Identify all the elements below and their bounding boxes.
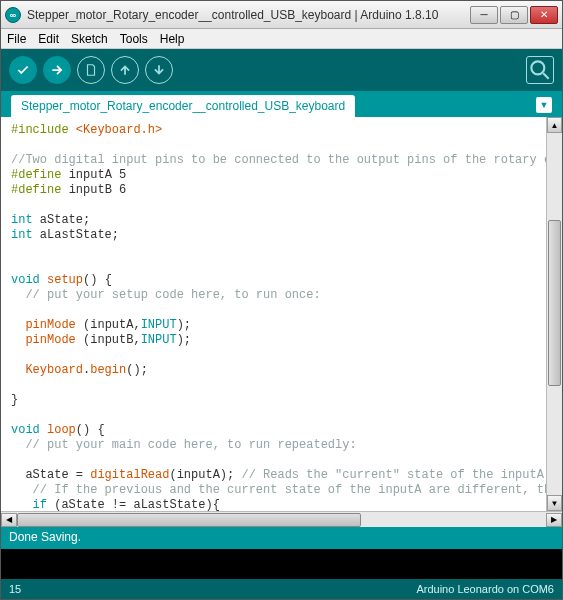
scroll-thumb[interactable]: [548, 220, 561, 387]
code-token: INPUT: [141, 333, 177, 347]
code-comment: // put your main code here, to run repea…: [25, 438, 356, 452]
code-token: void: [11, 273, 40, 287]
sketch-tab[interactable]: Stepper_motor_Rotary_encoder__controlled…: [11, 95, 355, 117]
code-token: }: [11, 393, 18, 407]
code-token: setup: [47, 273, 83, 287]
code-token: inputA 5: [69, 168, 127, 182]
open-sketch-button[interactable]: [111, 56, 139, 84]
code-token: inputB 6: [69, 183, 127, 197]
code-token: Keyboard: [25, 363, 83, 377]
code-token: pinMode: [25, 333, 75, 347]
scroll-track[interactable]: [17, 513, 546, 527]
code-comment: // If the previous and the current state…: [33, 483, 546, 497]
code-token: void: [11, 423, 40, 437]
scroll-up-icon[interactable]: ▲: [547, 117, 562, 133]
tab-bar: Stepper_motor_Rotary_encoder__controlled…: [1, 91, 562, 117]
message-bar: Done Saving.: [1, 527, 562, 549]
code-token: () {: [83, 273, 112, 287]
scroll-down-icon[interactable]: ▼: [547, 495, 562, 511]
window-controls: ─ ▢ ✕: [470, 6, 558, 24]
tab-menu-dropdown[interactable]: ▼: [536, 97, 552, 113]
arduino-app-icon: ∞: [5, 7, 21, 23]
arrow-down-icon: [152, 63, 166, 77]
file-new-icon: [84, 63, 98, 77]
scroll-thumb[interactable]: [17, 513, 361, 527]
code-token: int: [11, 228, 33, 242]
code-token: (inputA);: [169, 468, 241, 482]
maximize-button[interactable]: ▢: [500, 6, 528, 24]
scroll-right-icon[interactable]: ▶: [546, 513, 562, 527]
board-port: Arduino Leonardo on COM6: [416, 583, 554, 595]
code-token: begin: [90, 363, 126, 377]
arrow-right-icon: [50, 63, 64, 77]
code-token: ();: [126, 363, 148, 377]
arrow-up-icon: [118, 63, 132, 77]
code-token: INPUT: [141, 318, 177, 332]
code-token: #define: [11, 183, 61, 197]
code-token: pinMode: [25, 318, 75, 332]
code-token: #include: [11, 123, 69, 137]
toolbar: [1, 49, 562, 91]
menu-edit[interactable]: Edit: [38, 32, 59, 46]
code-token: );: [177, 318, 191, 332]
code-token: (inputB,: [76, 333, 141, 347]
code-token: loop: [47, 423, 76, 437]
check-icon: [16, 63, 30, 77]
magnifier-icon: [527, 57, 553, 83]
code-token: aState =: [25, 468, 90, 482]
upload-button[interactable]: [43, 56, 71, 84]
editor-area: #include <Keyboard.h> //Two digital inpu…: [1, 117, 562, 527]
code-token: int: [11, 213, 33, 227]
scroll-left-icon[interactable]: ◀: [1, 513, 17, 527]
code-token: digitalRead: [90, 468, 169, 482]
status-bar: 15 Arduino Leonardo on COM6: [1, 579, 562, 599]
scroll-track[interactable]: [547, 133, 562, 495]
code-token: <Keyboard.h>: [76, 123, 162, 137]
save-sketch-button[interactable]: [145, 56, 173, 84]
output-console[interactable]: [1, 549, 562, 579]
code-token: (inputA,: [76, 318, 141, 332]
code-token: if: [33, 498, 47, 511]
serial-monitor-button[interactable]: [526, 56, 554, 84]
code-token: aLastState;: [40, 228, 119, 242]
menu-tools[interactable]: Tools: [120, 32, 148, 46]
code-token: aState;: [40, 213, 90, 227]
menu-sketch[interactable]: Sketch: [71, 32, 108, 46]
code-token: (aState != aLastState){: [47, 498, 220, 511]
window-titlebar: ∞ Stepper_motor_Rotary_encoder__controll…: [1, 1, 562, 29]
verify-button[interactable]: [9, 56, 37, 84]
window-title: Stepper_motor_Rotary_encoder__controlled…: [27, 8, 470, 22]
vertical-scrollbar[interactable]: ▲ ▼: [546, 117, 562, 511]
code-token: () {: [76, 423, 105, 437]
code-token: #define: [11, 168, 61, 182]
code-editor[interactable]: #include <Keyboard.h> //Two digital inpu…: [1, 117, 546, 511]
horizontal-scrollbar[interactable]: ◀ ▶: [1, 511, 562, 527]
line-number: 15: [9, 583, 21, 595]
menu-help[interactable]: Help: [160, 32, 185, 46]
code-comment: //Two digital input pins to be connected…: [11, 153, 546, 167]
code-comment: // Reads the "current" state of the inpu…: [241, 468, 543, 482]
menu-file[interactable]: File: [7, 32, 26, 46]
message-text: Done Saving.: [9, 530, 81, 544]
menu-bar: File Edit Sketch Tools Help: [1, 29, 562, 49]
close-button[interactable]: ✕: [530, 6, 558, 24]
minimize-button[interactable]: ─: [470, 6, 498, 24]
code-comment: // put your setup code here, to run once…: [25, 288, 320, 302]
svg-point-0: [531, 61, 544, 74]
new-sketch-button[interactable]: [77, 56, 105, 84]
code-token: );: [177, 333, 191, 347]
